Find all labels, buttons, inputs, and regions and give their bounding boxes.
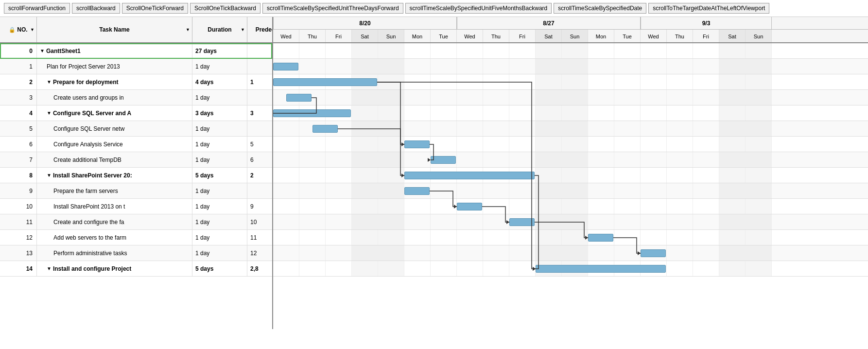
gantt-day-bg bbox=[614, 59, 641, 74]
gantt-header-weeks: 8/208/279/3 bbox=[273, 17, 868, 30]
cell-predecessors: 11 bbox=[247, 230, 272, 245]
gantt-day-bg bbox=[404, 59, 431, 74]
gantt-day-bg bbox=[719, 168, 746, 183]
col-header-task[interactable]: Task Name ▼ bbox=[37, 17, 192, 42]
gantt-day-bg bbox=[562, 199, 588, 214]
gantt-day-bg bbox=[693, 168, 719, 183]
col-header-predecessors[interactable]: Predecessors ▼ bbox=[247, 17, 273, 42]
cell-no: 11 bbox=[0, 214, 37, 229]
gantt-day-bg bbox=[746, 214, 772, 229]
toolbar-btn-scrollforwardfunction[interactable]: scrollForwardFunction bbox=[4, 3, 70, 14]
table-row[interactable]: 3Create users and groups in1 day bbox=[0, 90, 272, 105]
gantt-day-bg bbox=[483, 43, 509, 58]
col-header-duration[interactable]: Duration ▼ bbox=[192, 17, 247, 42]
gantt-day-bg bbox=[509, 152, 536, 167]
gantt-day-bg bbox=[352, 43, 378, 58]
cell-duration: 3 days bbox=[192, 105, 247, 121]
gantt-bar bbox=[588, 234, 613, 242]
gantt-day-bg bbox=[273, 230, 299, 245]
gantt-day-bg bbox=[352, 214, 378, 229]
gantt-row bbox=[273, 245, 868, 261]
table-row[interactable]: 1Plan for Project Server 20131 day bbox=[0, 59, 272, 74]
cell-task: ▼Prepare for deployment bbox=[37, 74, 192, 89]
cell-task: ▼Configure SQL Server and A bbox=[37, 105, 192, 121]
table-row[interactable]: 2▼Prepare for deployment4 days1 bbox=[0, 74, 272, 90]
gantt-bar bbox=[536, 265, 666, 273]
table-row[interactable]: 5Configure SQL Server netw1 day bbox=[0, 121, 272, 137]
gantt-day-bg bbox=[299, 261, 326, 276]
gantt-day-bg bbox=[746, 43, 772, 58]
cell-predecessors bbox=[247, 43, 272, 58]
gantt-day-bg bbox=[562, 59, 588, 74]
gantt-day-bg bbox=[693, 105, 719, 121]
gantt-day-bg bbox=[378, 152, 404, 167]
toolbar-btn-scrollbackward[interactable]: scrollBackward bbox=[72, 3, 120, 14]
gantt-day-bg bbox=[378, 43, 404, 58]
grid-header: 🔒 NO. ▼ Task Name ▼ Duration ▼ Predecess… bbox=[0, 17, 272, 43]
table-row[interactable]: 14▼Install and configure Project5 days2,… bbox=[0, 261, 272, 277]
task-name-text: Create and configure the fa bbox=[53, 219, 124, 226]
gantt-day-bg bbox=[562, 183, 588, 198]
table-row[interactable]: 7Create additional TempDB1 day6 bbox=[0, 152, 272, 168]
gantt-day-header-sat-3: Sat bbox=[352, 30, 378, 43]
table-row[interactable]: 6Configure Analysis Service1 day5 bbox=[0, 137, 272, 152]
table-row[interactable]: 13Perform administrative tasks1 day12 bbox=[0, 245, 272, 261]
toolbar-btn-scrolltimescalebyspecifieddate[interactable]: scrollTimeScaleBySpecifiedDate bbox=[554, 3, 646, 14]
toolbar-btn-scrollonetickforward[interactable]: ScrollOneTickForward bbox=[122, 3, 188, 14]
table-row[interactable]: 4▼Configure SQL Server and A3 days3 bbox=[0, 105, 272, 121]
cell-task: ▼Install SharePoint Server 20: bbox=[37, 168, 192, 183]
gantt-day-bg bbox=[641, 214, 667, 229]
toolbar-btn-scrolltimescalebyspecifiedunitfivemonthsbackward[interactable]: scrollTimeScaleBySpecifiedUnitFiveMonths… bbox=[405, 3, 552, 14]
gantt-day-bg bbox=[352, 137, 378, 152]
col-header-no[interactable]: 🔒 NO. ▼ bbox=[0, 17, 37, 42]
gantt-day-bg bbox=[536, 74, 562, 89]
table-row[interactable]: 9Prepare the farm servers1 day bbox=[0, 183, 272, 199]
gantt-day-bg bbox=[352, 152, 378, 167]
gantt-day-bg bbox=[641, 230, 667, 245]
gantt-day-bg bbox=[299, 59, 326, 74]
gantt-day-header-sat-10: Sat bbox=[536, 30, 562, 43]
expand-icon[interactable]: ▼ bbox=[40, 48, 45, 53]
gantt-day-bg bbox=[509, 199, 536, 214]
table-row[interactable]: 10Install SharePoint 2013 on t1 day9 bbox=[0, 199, 272, 214]
gantt-day-bg bbox=[431, 59, 457, 74]
gantt-day-bg bbox=[693, 152, 719, 167]
gantt-day-bg bbox=[457, 43, 483, 58]
gantt-bar bbox=[286, 94, 312, 102]
gantt-day-bg bbox=[509, 121, 536, 136]
toolbar-btn-scrolltothetargetdateattheleftofviewport[interactable]: scrollToTheTargetDateAtTheLeftOfViewport bbox=[648, 3, 769, 14]
cell-task: Perform administrative tasks bbox=[37, 245, 192, 261]
gantt-row bbox=[273, 152, 868, 168]
gantt-day-bg bbox=[431, 230, 457, 245]
toolbar-btn-scrollonetickbackward[interactable]: ScrollOneTickBackward bbox=[190, 3, 260, 14]
expand-icon[interactable]: ▼ bbox=[47, 79, 52, 85]
table-row[interactable]: 12Add web servers to the farm1 day11 bbox=[0, 230, 272, 245]
gantt-row bbox=[273, 43, 868, 59]
expand-icon[interactable]: ▼ bbox=[47, 110, 52, 116]
gantt-day-bg bbox=[483, 74, 509, 89]
gantt-day-bg bbox=[457, 105, 483, 121]
gantt-day-bg bbox=[667, 105, 693, 121]
table-row[interactable]: 8▼Install SharePoint Server 20:5 days2 bbox=[0, 168, 272, 183]
gantt-day-bg bbox=[483, 59, 509, 74]
toolbar-btn-scrolltimescalebyspecifiedunitthreedaysforward[interactable]: scrollTimeScaleBySpecifiedUnitThreeDaysF… bbox=[262, 3, 403, 14]
gantt-day-bg bbox=[431, 43, 457, 58]
gantt-day-bg bbox=[378, 74, 404, 89]
gantt-day-bg bbox=[404, 90, 431, 105]
toolbar: scrollForwardFunctionscrollBackwardScrol… bbox=[0, 0, 868, 17]
gantt-day-bg bbox=[719, 261, 746, 276]
gantt-day-bg bbox=[378, 90, 404, 105]
cell-predecessors: 1 bbox=[247, 74, 272, 89]
gantt-day-bg bbox=[483, 137, 509, 152]
expand-icon[interactable]: ▼ bbox=[47, 266, 52, 271]
gantt-day-bg bbox=[746, 199, 772, 214]
gantt-day-bg bbox=[509, 90, 536, 105]
gantt-day-bg bbox=[536, 183, 562, 198]
gantt-day-bg bbox=[483, 214, 509, 229]
table-row[interactable]: 11Create and configure the fa1 day10 bbox=[0, 214, 272, 230]
table-row[interactable]: 0▼GanttSheet127 days bbox=[0, 43, 272, 59]
expand-icon[interactable]: ▼ bbox=[47, 173, 52, 178]
gantt-day-bg bbox=[562, 137, 588, 152]
gantt-bar bbox=[457, 203, 482, 210]
task-name-text: Configure SQL Server and A bbox=[53, 110, 131, 117]
